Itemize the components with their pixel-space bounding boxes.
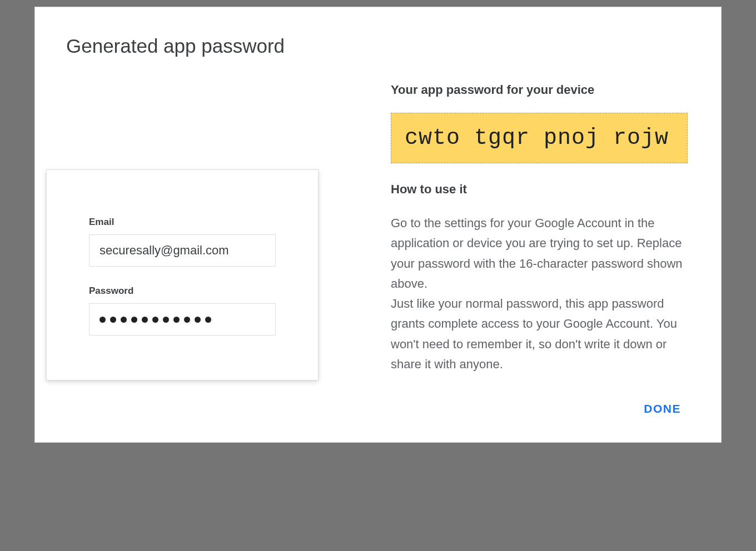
form-illustration-column: Email Password (46, 83, 319, 380)
email-field[interactable] (89, 234, 276, 267)
app-password-modal: Generated app password Email Password Yo… (34, 7, 722, 443)
instructions-text: Go to the settings for your Google Accou… (391, 213, 688, 374)
password-dot (173, 317, 180, 323)
done-button[interactable]: DONE (637, 398, 688, 420)
password-dot (163, 317, 169, 323)
password-dot (184, 317, 190, 323)
credentials-card: Email Password (46, 169, 319, 380)
password-dot (121, 317, 127, 323)
password-dot (152, 317, 158, 323)
password-label: Password (89, 285, 276, 297)
instructions-column: Your app password for your device cwto t… (391, 83, 688, 420)
password-dot (100, 317, 106, 323)
generated-password-box[interactable]: cwto tgqr pnoj rojw (391, 113, 688, 163)
instructions-paragraph-2: Just like your normal password, this app… (391, 297, 677, 371)
password-dot (131, 317, 137, 323)
instructions-paragraph-1: Go to the settings for your Google Accou… (391, 216, 683, 290)
password-dot (142, 317, 148, 323)
password-dot (195, 317, 201, 323)
password-dot (205, 317, 211, 323)
email-label: Email (89, 217, 276, 228)
modal-title: Generated app password (66, 35, 688, 57)
content-area: Email Password Your app password for you… (66, 83, 688, 420)
password-dot (110, 317, 116, 323)
email-field-group: Email (89, 217, 276, 267)
password-field-group: Password (89, 285, 276, 335)
password-field[interactable] (89, 303, 276, 335)
device-password-heading: Your app password for your device (391, 83, 688, 97)
footer-actions: DONE (391, 398, 688, 420)
howto-heading: How to use it (391, 182, 688, 197)
